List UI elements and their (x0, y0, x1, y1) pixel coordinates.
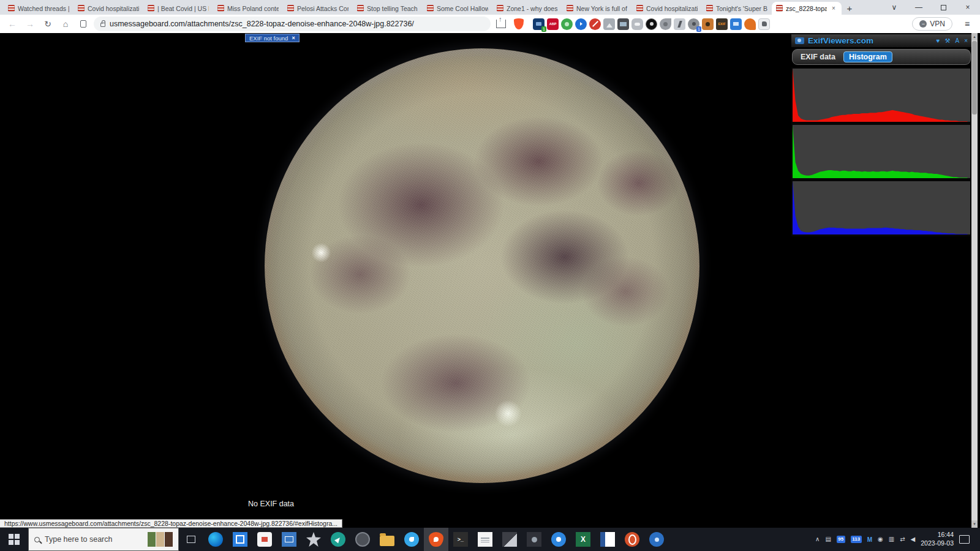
reload-icon[interactable]: ↻ (40, 17, 55, 31)
tab-stop-telling-teachers[interactable]: Stop telling Teach (353, 2, 423, 15)
page-scrollbar[interactable]: ▲ ▼ (971, 33, 978, 528)
tab-beat-covid[interactable]: | Beat Covid | US M (143, 2, 213, 15)
tray-badge-95[interactable]: 95 (837, 536, 845, 543)
taskbar-app-store[interactable] (252, 528, 277, 551)
tray-tablet-icon[interactable]: ▤ (825, 536, 831, 542)
laptop-extension-icon[interactable] (617, 18, 629, 30)
back-icon[interactable]: ← (5, 17, 20, 31)
tab-zone1-why-does[interactable]: Zone1 - why does (492, 2, 562, 15)
lightning-extension-icon[interactable] (674, 18, 685, 30)
scroll-up-icon[interactable]: ▲ (971, 33, 978, 40)
badge-close-icon[interactable]: × (292, 35, 295, 41)
image-viewer-extension-icon[interactable] (603, 18, 615, 30)
tab-some-cool-halloween[interactable]: Some Cool Hallow (423, 2, 492, 15)
tab-label: | Beat Covid | US M (157, 5, 209, 12)
tray-m-app-icon[interactable]: M (867, 536, 872, 543)
scrollbar-thumb[interactable] (972, 41, 977, 114)
brave-shield-icon[interactable] (514, 18, 524, 29)
taskbar-app-thunderbird[interactable] (644, 528, 669, 551)
taskbar-app-chrome[interactable] (546, 528, 571, 551)
maximize-button[interactable] (931, 0, 956, 15)
orange-extension-icon[interactable] (744, 18, 756, 30)
speech-bubble-extension-icon[interactable] (631, 18, 643, 30)
tab-miss-poland[interactable]: Miss Poland conte (213, 2, 283, 15)
site-favicon (636, 5, 643, 12)
font-size-icon[interactable]: A (955, 37, 959, 44)
taskbar-clock[interactable]: 16:44 2023-09-03 (921, 531, 954, 547)
panel-close-icon[interactable]: × (964, 37, 968, 44)
minimize-button[interactable]: — (907, 0, 931, 15)
scroll-down-icon[interactable]: ▼ (971, 520, 978, 528)
spheres-extension-icon[interactable] (660, 18, 671, 30)
taskbar-app-file-explorer[interactable] (375, 528, 399, 551)
tab-new-york-is-full-of[interactable]: New York is full of (562, 2, 632, 15)
taskbar-app-notepad[interactable] (473, 528, 497, 551)
screen-capture-extension-icon[interactable] (730, 18, 742, 30)
puzzle-extensions-icon[interactable] (758, 18, 770, 30)
tray-circle-icon[interactable]: ◉ (878, 536, 883, 542)
action-center-icon[interactable] (959, 535, 970, 544)
green-histogram-chart (791, 124, 971, 180)
taskbar-app-excel[interactable] (571, 528, 595, 551)
camera-app-icon (527, 532, 541, 547)
secure-lock-icon[interactable] (100, 23, 105, 27)
tray-badge-113[interactable]: 113 (851, 536, 862, 543)
taskbar-app-brave-active[interactable] (424, 528, 448, 551)
camera-extension-icon[interactable] (702, 18, 714, 30)
aperture-extension-icon[interactable] (646, 18, 657, 30)
address-bar[interactable]: usmessageboard.com/attachments/zsc_8228-… (94, 17, 491, 31)
brave-icon (429, 532, 443, 547)
menu-icon[interactable]: ≡ (959, 19, 975, 29)
cursor-extension-icon[interactable] (575, 18, 587, 30)
tab-covid-hospitalizations[interactable]: Covid hospitalizati (74, 2, 143, 15)
tab-zsc-8228-attachment-active[interactable]: zsc_8228-topa× (772, 2, 842, 15)
tab-pelosi-attacks[interactable]: Pelosi Attacks Con (283, 2, 353, 15)
tools-icon[interactable]: ⚒ (945, 37, 951, 44)
favorite-icon[interactable]: ♥ (937, 37, 940, 44)
exif-viewer-extension-icon[interactable]: EXIF (716, 18, 728, 30)
forward-icon[interactable]: → (23, 17, 37, 31)
tab-search-icon[interactable]: ∨ (882, 0, 907, 15)
content-blocker-extension-icon[interactable] (589, 18, 601, 30)
taskbar-app-skype[interactable] (399, 528, 424, 551)
taskbar-app-globe[interactable] (350, 528, 375, 551)
adblock-plus-extension-icon[interactable]: ABP (547, 18, 559, 30)
tab-histogram[interactable]: Histogram (843, 51, 892, 62)
tray-chevron-up-icon[interactable]: ∧ (815, 536, 820, 542)
image-downloader-extension-icon[interactable]: 1 (533, 18, 545, 30)
excel-icon (576, 532, 590, 547)
tray-speaker-icon[interactable]: ◀ (911, 536, 916, 542)
taskbar-app-photos[interactable] (228, 528, 252, 551)
tray-sync-icon[interactable]: ⇄ (900, 536, 905, 542)
taskbar-app-editor[interactable] (497, 528, 522, 551)
task-view-button[interactable] (179, 528, 203, 551)
share-icon[interactable] (496, 20, 506, 28)
tab-label: Zone1 - why does (507, 5, 558, 12)
tab-covid-hospitalizations-2[interactable]: Covid hospitalizati (632, 2, 702, 15)
taskbar-app-star[interactable] (301, 528, 326, 551)
taskbar-app-compass[interactable] (326, 528, 350, 551)
tab-tonights-super-blue-moon[interactable]: Tonight's 'Super B (702, 2, 772, 15)
close-button[interactable]: × (956, 0, 980, 15)
tray-window-icon[interactable]: ▥ (889, 536, 894, 542)
new-tab-button[interactable]: + (842, 1, 858, 15)
tab-close-icon[interactable]: × (830, 5, 837, 12)
start-button[interactable] (0, 528, 28, 551)
tab-watched-threads[interactable]: Watched threads | (4, 2, 74, 15)
green-extension-icon[interactable] (561, 18, 573, 30)
taskbar-app-opera[interactable] (620, 528, 644, 551)
search-highlight-image[interactable] (148, 532, 173, 547)
vpn-button[interactable]: − VPN (912, 17, 952, 31)
taskbar-app-word[interactable] (595, 528, 620, 551)
taskbar-search-box[interactable]: Type here to search (28, 528, 179, 551)
tab-exif-data[interactable]: EXIF data (796, 52, 840, 62)
film-reel-extension-icon[interactable]: 1 (688, 18, 699, 30)
bookmarks-icon[interactable] (76, 17, 91, 31)
url-text[interactable]: usmessageboard.com/attachments/zsc_8228-… (110, 20, 414, 28)
system-tray: ∧ ▤ 95 113 M ◉ ▥ ⇄ ◀ 16:44 2023-09-03 (815, 528, 980, 551)
taskbar-app-terminal[interactable] (448, 528, 473, 551)
taskbar-app-edge[interactable] (203, 528, 228, 551)
home-icon[interactable]: ⌂ (58, 17, 73, 31)
taskbar-app-camera[interactable] (522, 528, 546, 551)
taskbar-app-mail[interactable] (277, 528, 301, 551)
